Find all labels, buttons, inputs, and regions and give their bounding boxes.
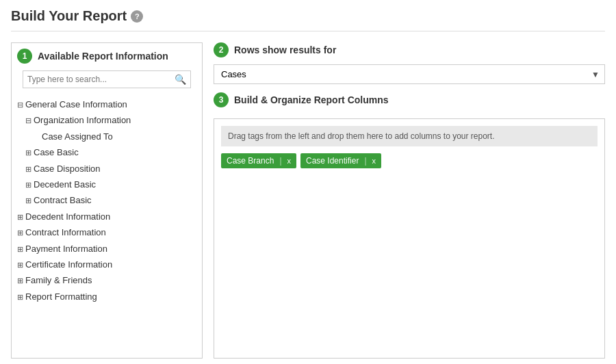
tree-item-certificate-info[interactable]: ⊞Certificate Information (17, 257, 196, 272)
expand-icon: ⊞ (17, 243, 23, 257)
tree-item-payment-info[interactable]: ⊞Payment Information (17, 241, 196, 257)
expand-icon: ⊞ (17, 274, 23, 288)
tree-item-label: Certificate Information (25, 259, 112, 270)
tree-item-general-case[interactable]: ⊟General Case Information (17, 96, 196, 112)
tree-item-label: Decedent Basic (34, 179, 96, 190)
rows-dropdown[interactable]: Cases Contracts Payments (214, 64, 605, 84)
right-panel: 2 Rows show results for Cases Contracts … (214, 42, 605, 359)
tree-item-contract-info[interactable]: ⊞Contract Information (17, 224, 196, 240)
expand-icon: ⊞ (25, 146, 31, 160)
search-input[interactable] (27, 75, 175, 84)
expand-icon: ⊞ (25, 163, 31, 177)
section3: 3 Build & Organize Report Columns Drag t… (214, 92, 605, 359)
page-title-row: Build Your Report ? (11, 8, 605, 31)
page-title: Build Your Report (11, 8, 127, 24)
tree-item-decedent-info[interactable]: ⊞Decedent Information (17, 209, 196, 224)
search-box: 🔍 (23, 70, 191, 88)
tag-separator: | (364, 156, 366, 166)
tag-separator: | (279, 156, 281, 166)
tag-remove-button[interactable]: x (372, 157, 376, 165)
expand-icon: ⊞ (17, 226, 23, 240)
tree-item-family-friends[interactable]: ⊞Family & Friends (17, 272, 196, 288)
drop-hint: Drag tags from the left and drop them he… (221, 126, 598, 146)
drop-zone[interactable]: Drag tags from the left and drop them he… (214, 118, 605, 359)
tag-remove-button[interactable]: x (287, 157, 292, 165)
step1-circle: 1 (17, 49, 32, 64)
tag-case-branch: Case Branch|x (221, 153, 296, 168)
tree-item-case-basic[interactable]: ⊞Case Basic (17, 144, 196, 160)
dropdown-wrapper: Cases Contracts Payments ▼ (214, 64, 605, 84)
tree-item-org-info[interactable]: ⊟Organization Information (17, 112, 196, 128)
section2-label: Rows show results for (234, 44, 336, 55)
tag-label: Case Identifier (306, 156, 359, 166)
tree-item-label: Organization Information (34, 115, 131, 125)
tree-container: ⊟General Case Information⊟Organization I… (12, 94, 202, 358)
section2: 2 Rows show results for Cases Contracts … (214, 42, 605, 84)
section1-step-header: 1 Available Report Information (17, 49, 196, 64)
tag-label: Case Branch (227, 156, 274, 166)
main-layout: 1 Available Report Information 🔍 ⊟Genera… (11, 42, 605, 359)
tree-item-label: Payment Information (25, 244, 107, 254)
tree-item-label: Case Basic (34, 147, 79, 157)
search-button[interactable]: 🔍 (175, 74, 186, 85)
tree-item-label: General Case Information (25, 99, 127, 109)
step2-circle: 2 (214, 42, 229, 57)
tree-item-case-disposition[interactable]: ⊞Case Disposition (17, 161, 196, 177)
tag-case-identifier: Case Identifier|x (300, 153, 381, 168)
expand-icon: ⊞ (25, 179, 31, 192)
tree-item-label: Decedent Information (25, 211, 110, 222)
tree-item-label: Contract Information (25, 227, 106, 237)
step3-circle: 3 (214, 92, 229, 107)
section2-step-header: 2 Rows show results for (214, 42, 605, 57)
tree-item-label: Case Disposition (34, 164, 101, 174)
left-panel: 1 Available Report Information 🔍 ⊟Genera… (11, 42, 203, 359)
section3-label: Build & Organize Report Columns (234, 94, 389, 105)
tree-item-decedent-basic[interactable]: ⊞Decedent Basic (17, 177, 196, 192)
tree-item-case-assigned[interactable]: ⊞Case Assigned To (17, 129, 196, 144)
expand-icon: ⊞ (17, 211, 23, 224)
expand-icon: ⊞ (17, 291, 23, 304)
tree-item-label: Family & Friends (25, 275, 92, 285)
section1-header: 1 Available Report Information 🔍 (12, 43, 202, 94)
tree-item-contract-basic[interactable]: ⊞Contract Basic (17, 192, 196, 208)
collapse-icon: ⊟ (17, 99, 23, 112)
collapse-icon: ⊟ (25, 114, 31, 128)
page-wrapper: Build Your Report ? 1 Available Report I… (0, 0, 616, 364)
section1-label: Available Report Information (38, 51, 168, 62)
tags-row: Case Branch|xCase Identifier|x (221, 153, 598, 168)
expand-icon: ⊞ (25, 194, 31, 208)
help-icon[interactable]: ? (131, 10, 143, 23)
tree-item-label: Contract Basic (34, 195, 92, 205)
section3-step-header: 3 Build & Organize Report Columns (214, 92, 605, 107)
tree-item-label: Report Formatting (25, 291, 97, 302)
expand-icon: ⊞ (17, 259, 23, 272)
tree-item-label: Case Assigned To (42, 131, 113, 142)
tree-item-report-formatting[interactable]: ⊞Report Formatting (17, 289, 196, 304)
